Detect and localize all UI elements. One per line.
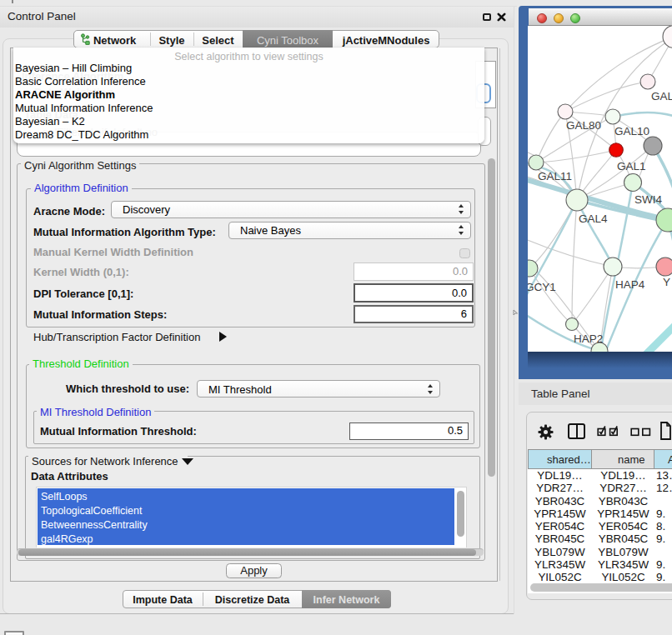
svg-text:GAL80: GAL80: [566, 119, 601, 132]
svg-text:GAL11: GAL11: [538, 170, 572, 182]
svg-text:GAL1: GAL1: [617, 160, 646, 172]
svg-text:GAL8: GAL8: [651, 90, 672, 102]
svg-text:HAP4: HAP4: [615, 278, 645, 291]
svg-text:SWI4: SWI4: [634, 193, 662, 206]
svg-text:Y: Y: [663, 276, 670, 288]
svg-text:GCY1: GCY1: [528, 281, 556, 293]
svg-text:GAL10: GAL10: [614, 125, 649, 138]
svg-text:GAL4: GAL4: [579, 212, 608, 225]
svg-text:HAP2: HAP2: [574, 332, 603, 345]
